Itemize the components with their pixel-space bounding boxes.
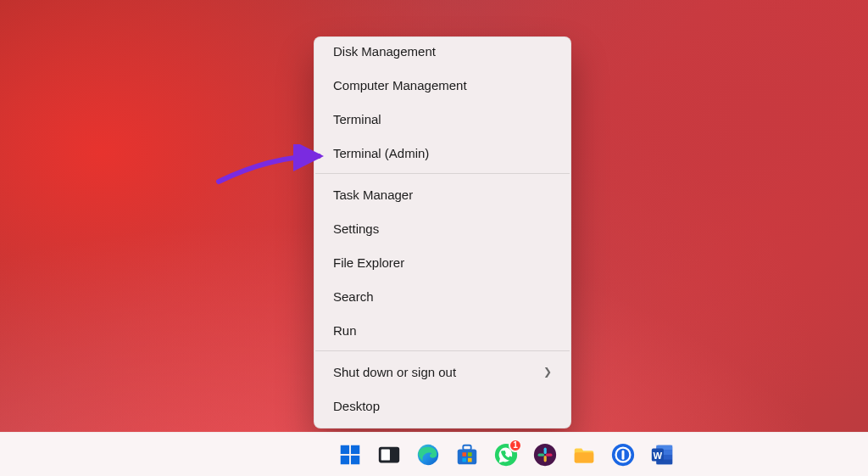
taskbar: 1 — [0, 432, 868, 476]
menu-item-label: Terminal (Admin) — [333, 146, 429, 160]
slack-icon — [532, 442, 558, 468]
chevron-right-icon: ❯ — [543, 366, 552, 378]
svg-rect-7 — [458, 449, 477, 464]
svg-rect-22 — [622, 450, 625, 459]
file-explorer-icon — [571, 442, 597, 468]
svg-rect-5 — [381, 449, 390, 460]
menu-item-label: Run — [333, 323, 357, 338]
microsoft-store-icon — [454, 442, 480, 468]
file-explorer-button[interactable] — [569, 440, 599, 470]
menu-item-desktop[interactable]: Desktop — [314, 389, 570, 423]
svg-rect-17 — [544, 455, 547, 462]
edge-button[interactable] — [413, 440, 443, 470]
edge-icon — [415, 442, 441, 468]
menu-item-terminal-admin[interactable]: Terminal (Admin) — [314, 136, 570, 170]
menu-item-label: Settings — [333, 221, 379, 236]
menu-separator — [315, 350, 570, 351]
menu-item-search[interactable]: Search — [314, 279, 570, 313]
menu-item-label: Shut down or sign out — [333, 365, 456, 379]
menu-item-label: Terminal — [333, 112, 381, 126]
notification-badge: 1 — [509, 439, 522, 452]
svg-rect-16 — [538, 453, 545, 456]
svg-rect-19 — [575, 452, 594, 462]
windows-logo-icon — [337, 442, 363, 468]
task-view-icon — [376, 442, 402, 468]
menu-item-task-manager[interactable]: Task Manager — [314, 177, 570, 211]
menu-item-shut-down-or-sign-out[interactable]: Shut down or sign out ❯ — [314, 355, 570, 389]
svg-rect-10 — [468, 452, 472, 456]
svg-rect-3 — [351, 455, 359, 463]
power-user-menu: Disk Management Computer Management Term… — [314, 36, 571, 428]
menu-item-label: File Explorer — [333, 255, 404, 270]
slack-button[interactable] — [530, 440, 560, 470]
svg-rect-15 — [544, 447, 547, 454]
menu-item-label: Desktop — [333, 399, 380, 413]
svg-rect-1 — [351, 445, 359, 453]
menu-separator — [315, 173, 570, 174]
menu-item-label: Task Manager — [333, 188, 413, 202]
menu-item-label: Computer Management — [333, 78, 467, 92]
store-button[interactable] — [452, 440, 482, 470]
svg-rect-12 — [468, 457, 472, 462]
whatsapp-button[interactable]: 1 — [491, 440, 521, 470]
svg-rect-0 — [341, 445, 349, 453]
menu-item-terminal[interactable]: Terminal — [314, 102, 570, 136]
svg-rect-8 — [463, 445, 470, 450]
svg-point-14 — [534, 443, 556, 465]
taskbar-item-group: 1 — [335, 440, 677, 470]
onepassword-icon — [610, 442, 636, 468]
menu-item-disk-management[interactable]: Disk Management — [314, 34, 570, 68]
start-button[interactable] — [335, 440, 365, 470]
word-icon: W — [649, 442, 675, 468]
menu-item-settings[interactable]: Settings — [314, 211, 570, 245]
menu-item-run[interactable]: Run — [314, 313, 570, 347]
menu-item-label: Search — [333, 289, 374, 304]
task-view-button[interactable] — [374, 440, 404, 470]
menu-item-computer-management[interactable]: Computer Management — [314, 68, 570, 102]
menu-item-file-explorer[interactable]: File Explorer — [314, 245, 570, 279]
onepassword-button[interactable] — [608, 440, 638, 470]
svg-rect-2 — [341, 455, 349, 463]
svg-rect-11 — [462, 457, 466, 462]
svg-text:W: W — [654, 450, 663, 460]
svg-rect-9 — [462, 452, 466, 456]
menu-item-label: Disk Management — [333, 44, 436, 59]
word-button[interactable]: W — [647, 440, 677, 470]
svg-rect-18 — [546, 453, 553, 456]
